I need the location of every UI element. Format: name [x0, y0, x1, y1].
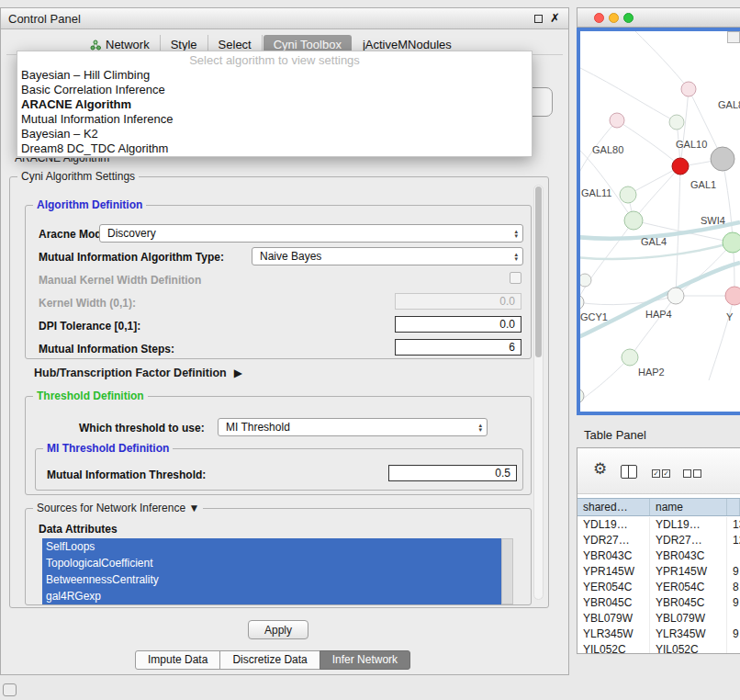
hub-section-label: Hub/Transcription Factor Definition	[34, 367, 227, 379]
apply-button[interactable]: Apply	[248, 620, 308, 639]
column-header[interactable]	[727, 499, 740, 515]
cell: 13…	[727, 517, 740, 533]
table-row[interactable]: YPR145W YPR145W 9…	[577, 564, 740, 580]
node-green-3[interactable]	[723, 232, 740, 253]
node-label: GAL1	[690, 179, 716, 190]
cell: 12…	[727, 533, 740, 548]
cell: YDR27…	[650, 533, 727, 548]
settings-scrollbar-thumb[interactable]	[535, 186, 542, 357]
settings-panel-title: Cyni Algorithm Settings	[17, 170, 139, 183]
minimized-panel-icon[interactable]	[3, 683, 17, 696]
table-row[interactable]: YBR043C YBR043C	[577, 548, 740, 564]
cell: YER054C	[650, 580, 727, 595]
cell	[727, 548, 740, 564]
column-header[interactable]: name	[650, 499, 727, 515]
node-green-4[interactable]	[622, 349, 638, 366]
node-pink-1[interactable]	[610, 113, 624, 128]
node-pink-2[interactable]	[681, 82, 696, 96]
cell: YDL19…	[650, 517, 727, 533]
node-gray-large[interactable]	[711, 147, 734, 171]
list-item[interactable]: gal4RGexp	[42, 588, 501, 604]
node-green-2[interactable]	[624, 211, 643, 230]
tab-network-label: Network	[106, 38, 150, 51]
table-row[interactable]: YLR345W YLR345W 9…	[577, 627, 740, 642]
node-label: Y	[726, 311, 734, 322]
dropdown-placeholder: Select algorithm to view settings	[17, 53, 532, 68]
menu-item[interactable]: Dream8 DC_TDC Algorithm	[17, 141, 532, 156]
algorithm-dropdown-menu: Select algorithm to view settings Bayesi…	[17, 51, 533, 157]
mi-algorithm-type-select[interactable]: Naive Bayes ▴▾	[252, 247, 523, 265]
network-window-titlebar	[577, 7, 740, 28]
mi-threshold-field[interactable]	[388, 465, 517, 481]
tab-discretize-data[interactable]: Discretize Data	[219, 650, 320, 670]
list-item[interactable]: BetweennessCentrality	[42, 571, 501, 588]
network-icon	[90, 40, 101, 51]
data-attributes-list: SelfLoops TopologicalCoefficient Between…	[42, 538, 501, 604]
deselect-all-checkboxes-icon[interactable]	[683, 469, 701, 478]
zoom-traffic-light[interactable]	[623, 13, 633, 23]
node-green-1[interactable]	[620, 186, 636, 203]
tab-infer-network[interactable]: Infer Network	[320, 650, 410, 670]
table-row[interactable]: YBL079W YBL079W	[577, 611, 740, 627]
attributes-list-scrollbar[interactable]	[501, 538, 513, 604]
node-pink-3[interactable]	[725, 287, 740, 305]
cell: YLR345W	[577, 627, 650, 642]
node-pale-1[interactable]	[669, 115, 684, 130]
table-body: YDL19… YDL19… 13… YDR27… YDR27… 12… YBR0…	[577, 517, 740, 653]
cell: YLR345W	[650, 627, 727, 642]
menu-item[interactable]: Bayesian – Hill Climbing	[17, 68, 532, 83]
table-row[interactable]: YIL052C YIL052C	[577, 642, 740, 653]
mi-threshold-label: Mutual Information Threshold:	[47, 469, 206, 481]
hub-transcription-factor-section[interactable]: Hub/Transcription Factor Definition ▶	[34, 367, 242, 379]
list-item[interactable]: TopologicalCoefficient	[42, 555, 501, 571]
network-graph[interactable]: GAL8 GAL80 GAL10 GAL11 GAL1 SWI4 GAL4 GC…	[580, 31, 740, 412]
menu-item-selected[interactable]: ARACNE Algorithm	[17, 97, 532, 112]
cell: YBR043C	[577, 548, 650, 564]
node-pale-2[interactable]	[580, 389, 584, 403]
mi-steps-field[interactable]	[395, 339, 521, 356]
table-row[interactable]: YBR045C YBR045C 9…	[577, 595, 740, 611]
tab-select-label: Select	[219, 38, 252, 51]
mi-steps-label: Mutual Information Steps:	[39, 343, 174, 356]
node-label: GAL8	[718, 99, 740, 110]
columns-icon[interactable]	[621, 465, 637, 479]
table-panel-window: ⚙ ✓✓ shared… name YDL19… YDL19… 13… YDR2…	[577, 447, 740, 654]
table-row[interactable]: YDL19… YDL19… 13…	[577, 517, 740, 533]
cell: YBL079W	[577, 611, 650, 627]
cell: 9…	[727, 595, 740, 611]
algorithm-definition-group: Algorithm Definition Aracne Mode: Discov…	[25, 205, 532, 359]
close-traffic-light[interactable]	[594, 13, 604, 23]
dpi-tolerance-field[interactable]	[395, 316, 521, 333]
menu-item[interactable]: Mutual Information Inference	[17, 112, 532, 127]
node-label: GAL80	[592, 144, 623, 155]
table-row[interactable]: YDR27… YDR27… 12…	[577, 533, 740, 548]
sources-group-header[interactable]: Sources for Network Inference ▼	[33, 502, 203, 514]
tab-impute-data[interactable]: Impute Data	[135, 650, 220, 670]
which-threshold-select[interactable]: MI Threshold ▴▾	[218, 418, 488, 436]
cell: 9…	[727, 627, 740, 642]
node-white-3[interactable]	[667, 288, 684, 304]
cell: YDL19…	[577, 517, 650, 533]
node-white-2[interactable]	[580, 274, 591, 287]
node-label: HAP4	[645, 309, 672, 320]
minimize-traffic-light[interactable]	[609, 13, 619, 23]
aracne-mode-select[interactable]: Discovery ▴▾	[99, 224, 523, 243]
node-red[interactable]	[672, 158, 689, 175]
list-item[interactable]: SelfLoops	[42, 538, 501, 555]
settings-scrollbar[interactable]	[533, 185, 544, 600]
algorithm-combobox-clipped: ARACNE Algorithm	[15, 158, 198, 166]
close-window-icon[interactable]: ✗	[550, 11, 560, 25]
node-white-1[interactable]	[580, 295, 584, 310]
expand-right-icon: ▶	[234, 367, 242, 379]
float-window-icon[interactable]	[534, 15, 543, 23]
cell: YER054C	[577, 580, 650, 595]
kernel-width-label: Kernel Width (0,1):	[39, 297, 136, 310]
dpi-tolerance-label: DPI Tolerance [0,1]:	[39, 320, 140, 333]
column-header[interactable]: shared…	[577, 499, 650, 515]
window-title: Control Panel	[8, 12, 81, 26]
gear-icon[interactable]: ⚙	[593, 459, 607, 479]
table-row[interactable]: YER054C YER054C 8…	[577, 580, 740, 595]
menu-item[interactable]: Basic Correlation Inference	[17, 83, 532, 97]
menu-item[interactable]: Bayesian – K2	[17, 127, 532, 141]
select-all-checkboxes-icon[interactable]: ✓✓	[652, 469, 670, 478]
